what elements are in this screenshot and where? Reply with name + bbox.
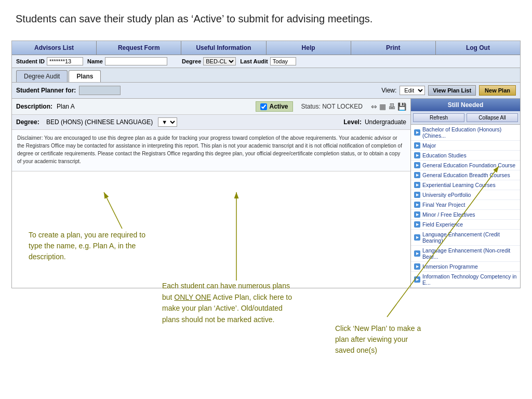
desc-value: Plan A [57,103,75,110]
view-label: View: [381,87,396,94]
desc-row: Description: Plan A Active Status: NOT L… [12,99,410,115]
active-label: Active [269,103,288,110]
student-info-row: Student ID Name Degree BED-CL Last Audit [12,55,520,68]
view-plan-list-button[interactable]: View Plan List [428,85,476,96]
nav-request-form[interactable]: Request Form [97,41,181,55]
degree-label: Degree [182,58,201,64]
tabs-row: Degree Audit Plans [12,68,520,83]
planner-label: Student Planner for: [16,87,76,94]
sn-arrow-icon [414,182,420,188]
nav-bar: Advisors List Request Form Useful Inform… [12,41,520,55]
list-item[interactable]: Minor / Free Electives [411,210,520,220]
tab-degree-audit[interactable]: Degree Audit [16,70,68,82]
left-panel: Description: Plan A Active Status: NOT L… [12,99,411,288]
list-item[interactable]: Education Studies [411,151,520,161]
print-icon: 🖶 [388,102,395,111]
still-needed-buttons: Refresh Collapse All [411,111,520,125]
last-audit-input[interactable] [270,57,296,65]
degree-row-select[interactable]: ▼ [158,117,177,127]
planner-header: Student Planner for: View: Edit View Pla… [12,83,520,99]
sn-arrow-icon [414,211,420,218]
active-checkbox-area: Active [256,101,292,112]
degree-row-value: BED (HONS) (CHINESE LANGUAGE) [46,118,153,126]
save-icon: 💾 [397,102,406,111]
degree-row-label: Degree: [16,118,42,126]
active-checkbox[interactable] [260,103,267,110]
sn-arrow-icon [414,263,420,270]
view-select[interactable]: Edit [400,86,425,95]
name-label: Name [87,58,103,64]
last-audit-label: Last Audit [240,58,268,64]
right-panel: Still Needed Refresh Collapse All Bachel… [411,99,520,288]
list-item[interactable]: University ePortfolio [411,190,520,200]
instruction-text: Students can save their study plan as ‘A… [0,0,532,31]
list-item[interactable]: Final Year Project [411,200,520,210]
nav-print[interactable]: Print [351,41,436,55]
new-plan-button[interactable]: New Plan [479,85,516,96]
level-area: Level: Undergraduate [343,118,406,126]
refresh-button[interactable]: Refresh [413,113,464,122]
list-item[interactable]: Immersion Programme [411,262,520,272]
planner-name-box [79,86,121,95]
collapse-all-button[interactable]: Collapse All [467,113,518,122]
view-section: View: Edit View Plan List New Plan [381,85,516,96]
list-item[interactable]: General Education Breadth Courses [411,170,520,180]
level-value: Undergraduate [365,118,406,126]
new-plan-annotation: Click ‘New Plan’ to make a plan after vi… [335,323,421,356]
sn-arrow-icon [414,152,420,158]
tab-plans[interactable]: Plans [69,70,101,82]
status-text: Status: NOT LOCKED [301,103,363,110]
sn-arrow-icon [414,276,420,283]
sn-arrow-icon [414,162,420,168]
still-needed-header: Still Needed [411,99,520,111]
nav-advisors-list[interactable]: Advisors List [12,41,97,55]
degree-row: Degree: BED (HONS) (CHINESE LANGUAGE) ▼ … [12,115,410,130]
list-item[interactable]: General Education Foundation Course [411,161,520,170]
sn-arrow-icon [414,172,420,178]
list-item[interactable]: Major [411,141,520,151]
student-id-input[interactable] [47,57,83,65]
sn-arrow-icon [414,234,420,241]
icon-area: ⇔ ▦ 🖶 💾 [371,102,406,111]
sn-arrow-icon [414,192,420,198]
sn-arrow-icon [414,129,420,136]
degree-select-header[interactable]: BED-CL [203,57,236,65]
main-content: Description: Plan A Active Status: NOT L… [12,99,520,288]
student-id-label: Student ID [16,58,45,64]
disclaimer-text: Disclaimer: You are encouraged to use th… [12,130,410,171]
list-item[interactable]: Information Technology Competency in E..… [411,272,520,288]
columns-icon: ▦ [379,102,386,111]
desc-label: Description: [16,103,52,110]
list-item[interactable]: Bachelor of Education (Honours) (Chines.… [411,125,520,141]
sn-arrow-icon [414,250,420,257]
list-item[interactable]: Experiential Learning Courses [411,180,520,190]
list-item[interactable]: Field Experience [411,220,520,230]
level-label: Level: [343,118,362,126]
nav-useful-info[interactable]: Useful Information [181,41,266,55]
list-item[interactable]: Language Enhancement (Non-credit Bear... [411,246,520,262]
sn-arrow-icon [414,142,420,149]
list-item[interactable]: Language Enhancement (Credit Bearing) [411,230,520,246]
nav-help[interactable]: Help [267,41,351,55]
name-input[interactable] [105,57,167,65]
still-needed-list: Bachelor of Education (Honours) (Chines.… [411,125,520,288]
ui-container: Advisors List Request Form Useful Inform… [11,41,521,288]
nav-logout[interactable]: Log Out [436,41,520,55]
only-one-text: ONLY ONE [174,293,211,301]
sn-arrow-icon [414,202,420,208]
sn-arrow-icon [414,221,420,228]
resize-icon: ⇔ [371,102,377,111]
